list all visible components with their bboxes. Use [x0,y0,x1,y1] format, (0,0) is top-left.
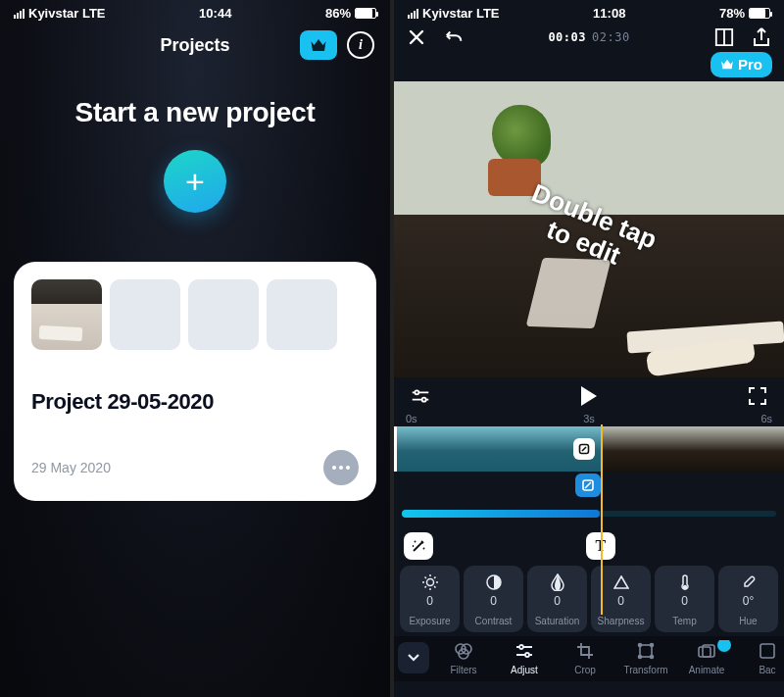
video-timeline[interactable] [394,426,784,472]
effect-chip[interactable] [575,473,601,497]
bookmark-button[interactable] [713,26,735,48]
export-button[interactable] [751,26,772,48]
clip-selection[interactable] [394,426,603,472]
svg-point-6 [683,586,686,589]
hero-headline: Start a new project [20,97,370,128]
undo-button[interactable] [443,26,465,48]
svg-point-14 [651,644,654,647]
crop-icon [576,642,594,660]
svg-point-0 [415,390,418,394]
svg-point-15 [639,656,642,659]
adjust-icon [514,643,534,659]
tab-background[interactable]: Bac [737,640,784,675]
pro-label: Pro [738,56,762,73]
signal-icon [408,9,418,19]
adjust-exposure[interactable]: 0 Exposure [400,566,460,632]
time-readout: 00:03 02:30 [548,30,629,44]
svg-point-11 [525,653,529,657]
triangle-icon [613,575,629,589]
layers-icon [581,478,595,492]
carrier-label: Kyivstar LTE [422,6,500,21]
close-button[interactable] [406,26,427,48]
play-icon [581,386,597,406]
svg-point-4 [426,579,433,586]
crown-icon [720,59,734,70]
collapse-button[interactable] [398,642,429,673]
sun-icon [421,573,439,591]
project-thumbnail-empty [267,279,337,350]
playhead[interactable] [601,424,603,615]
tab-filters[interactable]: Filters [433,640,494,675]
clock: 10:44 [199,6,231,21]
new-project-button[interactable]: + [164,150,226,213]
clip-speed-chip[interactable] [573,438,595,460]
battery-icon [749,8,770,19]
thermometer-icon [679,573,691,591]
plus-icon: + [185,163,205,201]
svg-point-16 [651,656,654,659]
pro-badge-button[interactable]: Pro [710,52,772,77]
project-card[interactable]: Project 29-05-2020 29 May 2020 [14,262,376,501]
current-time: 00:03 [548,30,586,44]
bookmark-icon [713,27,735,47]
battery-pct: 78% [719,6,745,21]
battery-pct: 86% [325,6,351,21]
project-title: Project 29-05-2020 [31,389,359,415]
tracks-area[interactable] [394,472,784,532]
carrier-label: Kyivstar LTE [28,6,106,21]
tab-transform[interactable]: Transform [615,640,676,675]
bottom-toolbar: Filters Adjust Crop Transform Ani [394,636,784,681]
project-more-button[interactable] [323,450,359,485]
adjust-hue[interactable]: 0° Hue [718,566,778,632]
speed-icon [578,443,590,455]
fullscreen-icon [748,386,767,406]
audio-track[interactable] [402,511,776,517]
transform-icon [637,642,655,660]
timeline-clip[interactable] [394,426,784,472]
filters-icon [454,641,473,661]
adjust-row: 0 Exposure 0 Contrast 0 Saturation 0 Sha… [394,560,784,636]
projects-screen: Kyivstar LTE 10:44 86% Projects i Start … [0,0,390,697]
share-icon [752,26,771,48]
project-thumbnail-empty [188,279,259,350]
adjust-saturation[interactable]: 0 Saturation [527,566,587,632]
adjust-temp[interactable]: 0 Temp [655,566,714,632]
svg-rect-19 [760,644,774,658]
svg-rect-18 [699,647,710,657]
settings-button[interactable] [410,385,431,407]
svg-point-1 [422,398,426,402]
eyedropper-icon [741,574,757,590]
svg-point-13 [639,644,642,647]
premium-button[interactable] [300,30,337,60]
clock: 11:08 [593,6,625,21]
play-button[interactable] [581,386,597,406]
timeline-ruler: 0s 3s 6s [394,413,784,424]
signal-icon [14,9,24,19]
background-icon [759,642,776,660]
status-bar: Kyivstar LTE 10:44 86% [0,0,390,21]
tab-adjust[interactable]: Adjust [494,640,555,675]
crown-icon [310,38,327,52]
tab-crop[interactable]: Crop [555,640,615,675]
battery-icon [355,8,376,19]
drop-icon [551,573,564,591]
animate-icon [697,643,716,659]
video-preview[interactable]: Double tap to edit [394,81,784,377]
tab-animate[interactable]: Animate [676,640,737,675]
wand-icon [411,538,426,554]
editor-screen: Kyivstar LTE 11:08 78% 00:03 02:30 [394,0,784,697]
status-bar: Kyivstar LTE 11:08 78% [394,0,784,21]
adjust-contrast[interactable]: 0 Contrast [464,566,523,632]
svg-rect-12 [640,645,652,657]
info-button[interactable]: i [347,31,374,59]
undo-icon [443,28,465,46]
svg-point-10 [519,645,523,649]
project-date: 29 May 2020 [31,460,111,475]
fullscreen-button[interactable] [747,385,768,407]
page-title: Projects [160,35,229,56]
magic-button[interactable] [404,532,433,560]
sliders-icon [410,387,431,405]
duration: 02:30 [592,30,630,44]
chevron-down-icon [407,653,420,663]
close-icon [408,28,425,46]
